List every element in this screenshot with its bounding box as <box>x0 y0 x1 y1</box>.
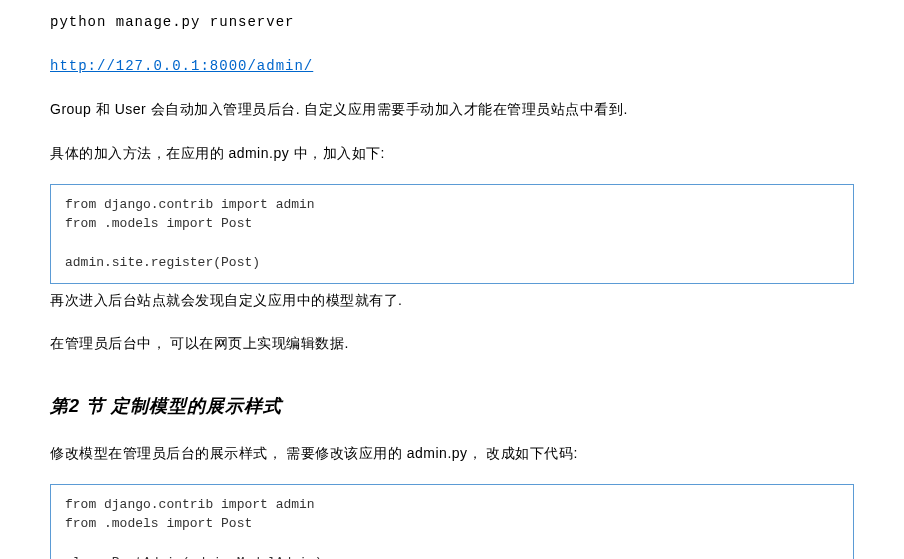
shell-command: python manage.py runserver <box>50 10 854 35</box>
code-block-postadmin: from django.contrib import admin from .m… <box>50 484 854 559</box>
paragraph-edit-data: 在管理员后台中， 可以在网页上实现编辑数据. <box>50 331 854 356</box>
admin-url-line: http://127.0.0.1:8000/admin/ <box>50 53 854 79</box>
paragraph-modify-admin: 修改模型在管理员后台的展示样式， 需要修改该应用的 admin.py， 改成如下… <box>50 441 854 466</box>
paragraph-after-register: 再次进入后台站点就会发现自定义应用中的模型就有了. <box>50 288 854 313</box>
paragraph-auto-add: Group 和 User 会自动加入管理员后台. 自定义应用需要手动加入才能在管… <box>50 97 854 122</box>
admin-url-link[interactable]: http://127.0.0.1:8000/admin/ <box>50 58 313 74</box>
paragraph-howto: 具体的加入方法，在应用的 admin.py 中，加入如下: <box>50 141 854 166</box>
section-2-heading: 第2 节 定制模型的展示样式 <box>50 390 854 422</box>
code-block-register: from django.contrib import admin from .m… <box>50 184 854 284</box>
